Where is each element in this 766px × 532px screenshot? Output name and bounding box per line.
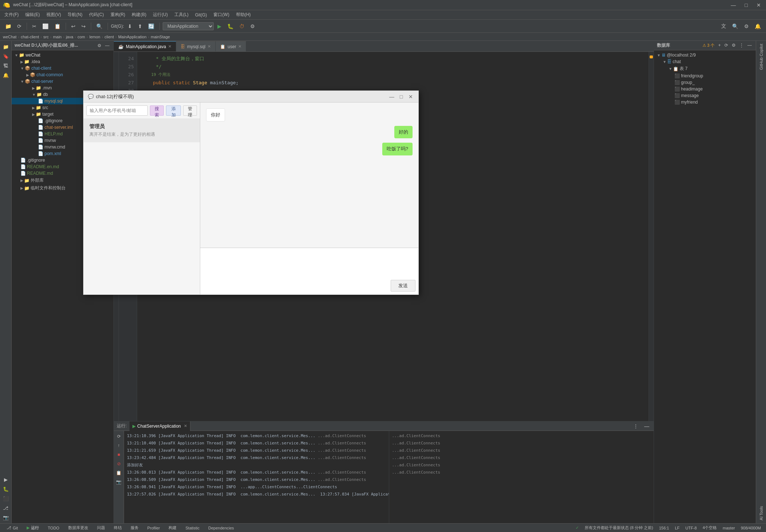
db-item-group[interactable]: ⬛ group_ xyxy=(654,79,756,86)
git-bottom-icon[interactable]: ⎇ xyxy=(1,504,10,512)
status-tab-todo[interactable]: TODO xyxy=(44,524,63,532)
db-more-icon[interactable]: ⋮ xyxy=(738,42,745,49)
run-up-icon[interactable]: ↑ xyxy=(115,442,123,450)
panel-collapse-icon[interactable]: — xyxy=(104,43,111,49)
minimize-button[interactable]: — xyxy=(729,1,738,9)
run-scroll-icon[interactable]: 📋 xyxy=(115,469,123,477)
menu-refactor[interactable]: 重构(R) xyxy=(108,11,128,19)
debug-button[interactable]: 🐛 xyxy=(225,22,236,30)
run-config-dropdown[interactable]: MainApplication xyxy=(163,22,214,30)
toolbar-icon-8[interactable]: 🔍 xyxy=(94,22,105,30)
toolbar-icon-4[interactable]: ⬜ xyxy=(40,22,51,30)
breadcrumb-lemon[interactable]: lemon xyxy=(89,35,100,39)
run-stop-icon[interactable]: ■ xyxy=(115,451,123,459)
breadcrumb-client[interactable]: client xyxy=(105,35,114,39)
bookmark-icon[interactable]: 🔖 xyxy=(1,52,10,61)
run-bottom-icon[interactable]: ▶ xyxy=(1,475,10,484)
status-tab-profiler[interactable]: Profiler xyxy=(144,524,164,532)
git-update-icon[interactable]: 🔄 xyxy=(146,22,156,30)
debug-bottom-icon[interactable]: 🐛 xyxy=(1,485,10,493)
tab-mysql-sql[interactable]: 🗄 mysql.sql ✕ xyxy=(176,41,216,51)
run-tab-close[interactable]: ✕ xyxy=(184,424,187,428)
breadcrumb-src[interactable]: src xyxy=(43,35,49,39)
toolbar-icon-2[interactable]: ⟳ xyxy=(15,22,24,30)
run-panel-minimize-icon[interactable]: — xyxy=(643,423,651,429)
github-copilot-label[interactable]: GitHub Copilot xyxy=(758,42,764,72)
run-coverage-btn[interactable]: ⏱ xyxy=(237,22,247,30)
chat-add-friend-button[interactable]: 添加好友 xyxy=(166,105,181,116)
menu-edit[interactable]: 编辑(E) xyxy=(22,11,43,19)
menu-help[interactable]: 帮助(H) xyxy=(233,11,254,19)
tab-user[interactable]: 📋 user ✕ xyxy=(216,41,246,51)
run-restart-icon[interactable]: ⟳ xyxy=(115,432,123,440)
chat-search-input[interactable] xyxy=(86,105,148,116)
status-tab-run[interactable]: ▶ 运行 xyxy=(23,524,43,532)
menu-view[interactable]: 视图(V) xyxy=(43,11,64,19)
close-button[interactable]: ✕ xyxy=(754,1,763,9)
git-pull-icon[interactable]: ⬇ xyxy=(125,22,134,30)
tab-close-mysql[interactable]: ✕ xyxy=(208,44,211,49)
status-tab-issues[interactable]: 问题 xyxy=(93,524,109,532)
git-push-icon[interactable]: ⬆ xyxy=(136,22,144,30)
tree-item-chat-server[interactable]: ▼ 📦 chat-server xyxy=(12,78,113,85)
db-warning-icon[interactable]: ⚠ 3 个 xyxy=(701,42,716,49)
chat-minimize-btn[interactable]: — xyxy=(388,93,395,100)
chat-contact-admin[interactable]: 管理员 离开不是结束，是为了更好的相遇 xyxy=(84,119,200,142)
tab-main-application[interactable]: ☕ MainApplication.java ✕ xyxy=(114,41,176,51)
breadcrumb-chat-client[interactable]: chat-client xyxy=(21,35,39,39)
toolbar-icon-7[interactable]: ↪ xyxy=(79,22,88,30)
maximize-button[interactable]: □ xyxy=(743,1,750,9)
toolbar-icon-3[interactable]: ✂ xyxy=(30,22,39,30)
breadcrumb-main[interactable]: main xyxy=(53,35,62,39)
db-item-headimage[interactable]: ⬛ headimage xyxy=(654,86,756,92)
chat-search-button[interactable]: 搜索 xyxy=(150,105,164,116)
menu-code[interactable]: 代码(C) xyxy=(86,11,107,19)
tree-item-weChat[interactable]: ▼ 📁 weChat xyxy=(12,52,113,58)
menu-build[interactable]: 构建(B) xyxy=(129,11,149,19)
search-everywhere-icon[interactable]: 🔍 xyxy=(730,22,740,30)
translate-icon[interactable]: 文 xyxy=(719,22,728,31)
db-item-localhost[interactable]: ▼ 🖥 @localhost 2/9 xyxy=(654,52,756,58)
menu-tools[interactable]: 工具(L) xyxy=(171,11,192,19)
db-item-friendgroup[interactable]: ⬛ friendgroup xyxy=(654,73,756,79)
status-tab-build[interactable]: 构建 xyxy=(165,524,180,532)
breadcrumb-weChat[interactable]: weChat xyxy=(3,35,16,39)
menu-git[interactable]: Git(G) xyxy=(192,12,210,18)
structure-icon[interactable]: 🏗 xyxy=(1,61,10,70)
camera-icon[interactable]: 📷 xyxy=(1,513,10,522)
run-tab-chat-server[interactable]: ▶ ChatServerApplication ✕ xyxy=(129,421,190,431)
run-clear-icon[interactable]: ⊘ xyxy=(115,460,123,468)
breadcrumb-com[interactable]: com xyxy=(78,35,85,39)
status-tab-service[interactable]: 服务 xyxy=(127,524,142,532)
tab-close-user[interactable]: ✕ xyxy=(238,44,241,49)
tree-item-chat-client[interactable]: ▼ 📦 chat-client xyxy=(12,65,113,72)
run-button[interactable]: ▶ xyxy=(215,22,224,30)
menu-run[interactable]: 运行(U) xyxy=(150,11,171,19)
chat-close-btn[interactable]: ✕ xyxy=(407,93,414,100)
db-item-myfriend[interactable]: ⬛ myfriend xyxy=(654,99,756,105)
db-add-icon[interactable]: + xyxy=(717,42,722,49)
terminal-icon[interactable]: ⬛ xyxy=(1,494,10,503)
toolbar-icon-1[interactable]: 📁 xyxy=(3,22,13,30)
tab-close-main-application[interactable]: ✕ xyxy=(168,44,171,49)
ai-tools-label[interactable]: AI Tools xyxy=(758,505,764,522)
tree-item-chat-common[interactable]: ▶ 📦 chat-common xyxy=(12,72,113,78)
menu-window[interactable]: 窗口(W) xyxy=(210,11,232,19)
chat-admin-button[interactable]: 管理员 xyxy=(183,105,197,116)
notification-bell-icon[interactable]: 🔔 xyxy=(1,71,10,80)
chat-maximize-btn[interactable]: □ xyxy=(398,93,405,100)
toolbar-icon-6[interactable]: ↩ xyxy=(69,22,78,30)
status-tab-db[interactable]: 数据库更改 xyxy=(65,524,92,532)
status-tab-statistic[interactable]: Statistic xyxy=(182,524,203,532)
chat-send-button[interactable]: 发送 xyxy=(391,280,415,292)
chat-input-textarea[interactable] xyxy=(200,248,418,277)
db-item-chat[interactable]: ▼ 🗄 chat xyxy=(654,58,756,65)
status-tab-deps[interactable]: Dependencies xyxy=(205,524,237,532)
run-log-content[interactable]: 13:21:10.396 [JavaFX Application Thread]… xyxy=(124,431,389,523)
menu-file[interactable]: 文件(F) xyxy=(1,11,22,19)
project-icon[interactable]: 📁 xyxy=(1,42,10,51)
db-item-message[interactable]: ⬛ message xyxy=(654,92,756,99)
gear-small-icon[interactable]: ⚙ xyxy=(96,43,102,49)
db-refresh-icon[interactable]: ⟳ xyxy=(723,42,729,49)
toolbar-icon-5[interactable]: 📋 xyxy=(52,22,63,30)
